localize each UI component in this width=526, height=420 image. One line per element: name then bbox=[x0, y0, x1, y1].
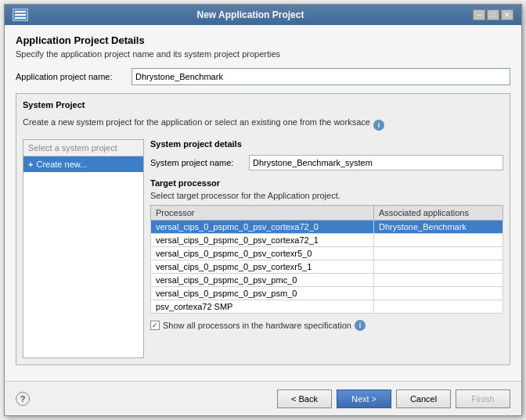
table-row[interactable]: versal_cips_0_pspmc_0_psv_pmc_0 bbox=[151, 274, 503, 287]
table-row[interactable]: versal_cips_0_pspmc_0_psv_cortexr5_0 bbox=[151, 247, 503, 260]
sp-create-label: Create new... bbox=[36, 160, 87, 169]
window-controls: ─ □ ✕ bbox=[473, 9, 513, 20]
minimize-button[interactable]: ─ bbox=[473, 9, 485, 20]
app-project-label: Application project name: bbox=[16, 72, 125, 81]
target-proc-subtitle: Select target processor for the Applicat… bbox=[150, 191, 503, 200]
close-button[interactable]: ✕ bbox=[501, 9, 513, 20]
show-all-checkbox[interactable] bbox=[150, 321, 160, 330]
footer-buttons: < Back Next > Cancel Finish bbox=[277, 389, 510, 408]
show-all-row: Show all processors in the hardware spec… bbox=[150, 320, 503, 331]
info-icon-processor[interactable]: i bbox=[355, 320, 366, 331]
associated-cell bbox=[373, 287, 503, 300]
app-project-input[interactable] bbox=[132, 68, 510, 85]
sp-details-title: System project details bbox=[150, 139, 503, 149]
dialog-icon bbox=[13, 9, 28, 21]
cancel-button[interactable]: Cancel bbox=[396, 389, 451, 408]
page-title: Application Project Details bbox=[16, 34, 510, 46]
sp-name-row: System project name: bbox=[150, 155, 503, 171]
table-row[interactable]: versal_cips_0_pspmc_0_psv_cortexr5_1 bbox=[151, 260, 503, 274]
col-associated: Associated applications bbox=[373, 206, 503, 221]
sp-list-placeholder: Select a system project bbox=[23, 140, 143, 156]
show-all-label: Show all processors in the hardware spec… bbox=[163, 321, 351, 330]
table-row[interactable]: versal_cips_0_pspmc_0_psv_cortexa72_0Dhr… bbox=[151, 221, 503, 234]
processor-cell: psv_cortexa72 SMP bbox=[151, 300, 374, 314]
system-project-group: System Project Create a new system proje… bbox=[16, 93, 510, 365]
page-subtitle: Specify the application project name and… bbox=[16, 49, 510, 59]
table-row[interactable]: versal_cips_0_pspmc_0_psv_cortexa72_1 bbox=[151, 234, 503, 247]
table-row[interactable]: psv_cortexa72 SMP bbox=[151, 300, 503, 314]
finish-button[interactable]: Finish bbox=[456, 389, 510, 408]
sp-name-input[interactable] bbox=[249, 155, 503, 171]
app-project-row: Application project name: bbox=[16, 68, 510, 85]
maximize-button[interactable]: □ bbox=[487, 9, 499, 20]
footer-left: ? bbox=[16, 392, 30, 406]
sp-list: Select a system project + Create new... bbox=[23, 139, 144, 358]
processor-table: Processor Associated applications versal… bbox=[150, 205, 503, 314]
processor-cell: versal_cips_0_pspmc_0_psv_cortexa72_0 bbox=[151, 221, 374, 234]
title-bar: New Application Project ─ □ ✕ bbox=[5, 5, 521, 25]
target-proc-title: Target processor bbox=[150, 178, 503, 188]
next-button[interactable]: Next > bbox=[337, 389, 391, 408]
dialog: New Application Project ─ □ ✕ Applicatio… bbox=[4, 4, 522, 416]
sp-details-panel: System project details System project na… bbox=[150, 139, 503, 358]
sp-name-label: System project name: bbox=[150, 158, 244, 167]
col-processor: Processor bbox=[151, 206, 374, 221]
sp-layout: Select a system project + Create new... … bbox=[23, 139, 503, 358]
table-row[interactable]: versal_cips_0_pspmc_0_psv_psm_0 bbox=[151, 287, 503, 300]
associated-cell bbox=[373, 247, 503, 260]
associated-cell bbox=[373, 234, 503, 247]
processor-cell: versal_cips_0_pspmc_0_psv_pmc_0 bbox=[151, 274, 374, 287]
content-area: Application Project Details Specify the … bbox=[5, 25, 521, 381]
processor-cell: versal_cips_0_pspmc_0_psv_cortexr5_1 bbox=[151, 260, 374, 274]
sp-list-panel: Select a system project + Create new... bbox=[23, 139, 144, 358]
info-icon-system[interactable]: i bbox=[373, 120, 384, 131]
sp-list-create[interactable]: + Create new... bbox=[23, 156, 143, 172]
associated-cell bbox=[373, 260, 503, 274]
group-title: System Project bbox=[23, 100, 85, 109]
processor-cell: versal_cips_0_pspmc_0_psv_psm_0 bbox=[151, 287, 374, 300]
associated-cell: Dhrystone_Benchmark bbox=[373, 221, 503, 234]
footer: ? < Back Next > Cancel Finish bbox=[5, 381, 521, 415]
help-button[interactable]: ? bbox=[16, 392, 30, 406]
group-subtitle: Create a new system project for the appl… bbox=[23, 117, 370, 127]
associated-cell bbox=[373, 300, 503, 314]
plus-icon: + bbox=[28, 160, 33, 169]
associated-cell bbox=[373, 274, 503, 287]
back-button[interactable]: < Back bbox=[277, 389, 332, 408]
dialog-title: New Application Project bbox=[28, 9, 473, 20]
processor-cell: versal_cips_0_pspmc_0_psv_cortexa72_1 bbox=[151, 234, 374, 247]
processor-cell: versal_cips_0_pspmc_0_psv_cortexr5_0 bbox=[151, 247, 374, 260]
